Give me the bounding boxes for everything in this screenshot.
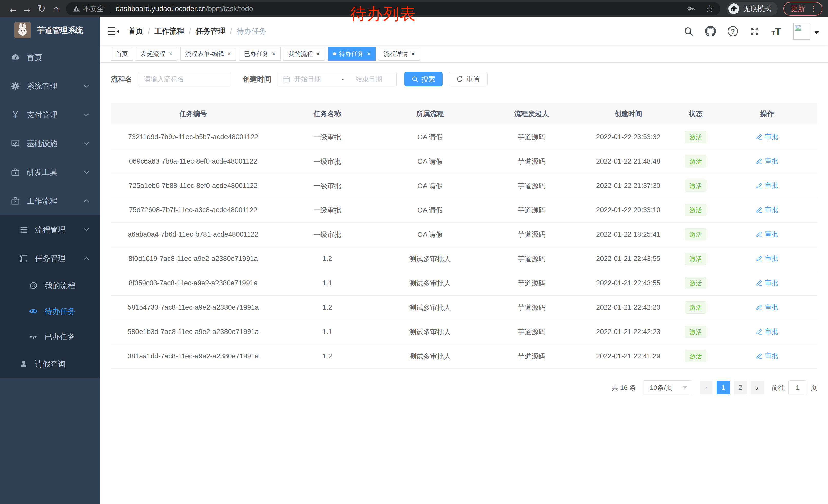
page-size-select[interactable]: 10条/页	[643, 380, 692, 395]
cell-starter: 芋道源码	[481, 271, 582, 295]
avatar[interactable]	[793, 23, 810, 40]
tab-start-process[interactable]: 发起流程×	[136, 47, 177, 60]
approve-link[interactable]: 审批	[756, 278, 778, 287]
breadcrumb-workflow[interactable]: 工作流程	[155, 26, 184, 36]
sidebar-item-done-tasks[interactable]: 已办任务	[0, 324, 100, 350]
back-icon[interactable]: ←	[6, 4, 20, 13]
cell-task-name: 1.2	[276, 246, 379, 271]
help-icon[interactable]: ?	[728, 26, 738, 36]
forward-icon[interactable]: →	[20, 4, 34, 13]
status-badge: 激活	[685, 326, 706, 338]
sidebar-item-payment[interactable]: ¥ 支付管理	[0, 100, 100, 129]
sidebar-item-devtools[interactable]: 研发工具	[0, 158, 100, 187]
sidebar-item-my-process[interactable]: 我的流程	[0, 273, 100, 299]
process-name-label: 流程名	[111, 74, 132, 84]
sidebar-item-workflow[interactable]: 工作流程	[0, 187, 100, 215]
search-button[interactable]: 搜索	[404, 72, 443, 86]
close-icon[interactable]: ×	[316, 50, 320, 57]
task-table: 任务编号 任务名称 所属流程 流程发起人 创建时间 状态 操作 73211d9d…	[111, 103, 817, 369]
cell-process: 测试多审批人	[379, 344, 481, 368]
end-date-placeholder[interactable]: 结束日期	[346, 75, 391, 84]
cell-task-name: 1.2	[276, 295, 379, 320]
reset-button[interactable]: 重置	[449, 72, 488, 86]
cell-process: 测试多审批人	[379, 320, 481, 344]
sidebar-item-label: 任务管理	[35, 253, 66, 264]
approve-link[interactable]: 审批	[756, 303, 778, 312]
breadcrumb: 首页 / 工作流程 / 任务管理 / 待办任务	[128, 26, 266, 36]
omnibox-divider	[110, 5, 110, 12]
reload-icon[interactable]: ↻	[34, 4, 49, 13]
tab-process-detail[interactable]: 流程详情×	[379, 47, 420, 60]
password-key-icon[interactable]	[687, 5, 695, 13]
sidebar-item-process-management[interactable]: 流程管理	[0, 215, 100, 244]
close-icon[interactable]: ×	[367, 50, 371, 57]
approve-link[interactable]: 审批	[756, 205, 778, 214]
cell-starter: 芋道源码	[481, 320, 582, 344]
approve-link[interactable]: 审批	[756, 352, 778, 360]
user-menu[interactable]	[793, 23, 819, 40]
approve-link[interactable]: 审批	[756, 327, 778, 336]
close-icon[interactable]: ×	[411, 50, 415, 57]
cell-task-id: 8f059c03-7ac8-11ec-a9e2-a2380e71991a	[111, 271, 276, 295]
cell-process: OA 请假	[379, 198, 481, 222]
sidebar-item-home[interactable]: 首页	[0, 43, 100, 72]
sidebar-item-todo-tasks[interactable]: 待办任务	[0, 299, 100, 324]
status-badge: 激活	[685, 228, 706, 241]
approve-link[interactable]: 审批	[756, 181, 778, 190]
search-form: 流程名 创建时间 开始日期 - 结束日期 搜索 重置	[111, 72, 817, 86]
status-badge: 激活	[685, 302, 706, 314]
sidebar-item-infrastructure[interactable]: 基础设施	[0, 129, 100, 158]
bookmark-star-icon[interactable]: ☆	[705, 4, 714, 13]
start-date-placeholder[interactable]: 开始日期	[294, 75, 339, 84]
sidebar-logo[interactable]: 芋道管理系统	[0, 17, 100, 43]
security-label[interactable]: 不安全	[83, 4, 104, 13]
sidebar-item-label: 待办任务	[45, 306, 75, 317]
close-icon[interactable]: ×	[272, 50, 276, 57]
home-icon[interactable]: ⌂	[49, 4, 63, 13]
pagination: 共 16 条 10条/页 ‹ 1 2 › 前往 页	[111, 380, 817, 395]
fullscreen-icon[interactable]	[750, 27, 759, 36]
page-button-1[interactable]: 1	[717, 381, 730, 394]
prev-page-button[interactable]: ‹	[700, 381, 713, 394]
page-url[interactable]: dashboard.yudao.iocoder.cn/bpm/task/todo	[116, 5, 253, 13]
browser-update-button[interactable]: 更新 ⋮	[783, 2, 822, 16]
calendar-icon	[282, 75, 290, 83]
sidebar-item-label: 支付管理	[27, 110, 57, 120]
sidebar-item-system[interactable]: 系统管理	[0, 72, 100, 100]
process-name-input[interactable]	[138, 72, 231, 86]
close-icon[interactable]: ×	[169, 50, 172, 57]
caret-down-icon[interactable]	[814, 31, 819, 34]
incognito-label: 无痕模式	[743, 4, 771, 13]
cell-task-id: 069c6a63-7b8a-11ec-8ef0-acde48001122	[111, 149, 276, 174]
cell-task-name: 一级审批	[276, 222, 379, 246]
tab-form-edit[interactable]: 流程表单-编辑×	[180, 47, 236, 60]
approve-link[interactable]: 审批	[756, 132, 778, 141]
page-button-2[interactable]: 2	[734, 381, 747, 394]
next-page-button[interactable]: ›	[750, 381, 764, 394]
pager: ‹ 1 2 ›	[700, 381, 764, 394]
goto-page-input[interactable]	[788, 380, 807, 395]
search-icon[interactable]	[684, 27, 693, 36]
refresh-icon	[456, 76, 463, 83]
pencil-icon	[756, 353, 762, 359]
browser-menu-icon[interactable]: ⋮	[810, 5, 818, 13]
sidebar-item-leave-query[interactable]: 请假查询	[0, 350, 100, 378]
tab-done-tasks[interactable]: 已办任务×	[239, 47, 280, 60]
approve-link[interactable]: 审批	[756, 156, 778, 166]
breadcrumb-task-management[interactable]: 任务管理	[196, 26, 225, 36]
github-icon[interactable]	[705, 26, 716, 37]
approve-link[interactable]: 审批	[756, 230, 778, 239]
close-icon[interactable]: ×	[227, 50, 231, 57]
sidebar-item-task-management[interactable]: 任务管理	[0, 244, 100, 273]
font-size-icon[interactable]: TT	[771, 27, 781, 35]
tab-todo-tasks[interactable]: 待办任务×	[328, 47, 376, 60]
tab-my-process[interactable]: 我的流程×	[284, 47, 325, 60]
approve-link[interactable]: 审批	[756, 254, 778, 263]
sidebar-collapse-icon[interactable]	[100, 27, 127, 36]
cell-process: 测试多审批人	[379, 295, 481, 320]
page-unit-label: 页	[811, 383, 817, 392]
cell-time: 2022-01-21 22:43:55	[582, 271, 675, 295]
breadcrumb-home[interactable]: 首页	[128, 26, 143, 36]
date-range-picker[interactable]: 开始日期 - 结束日期	[277, 72, 397, 86]
tab-home[interactable]: 首页	[111, 47, 133, 60]
